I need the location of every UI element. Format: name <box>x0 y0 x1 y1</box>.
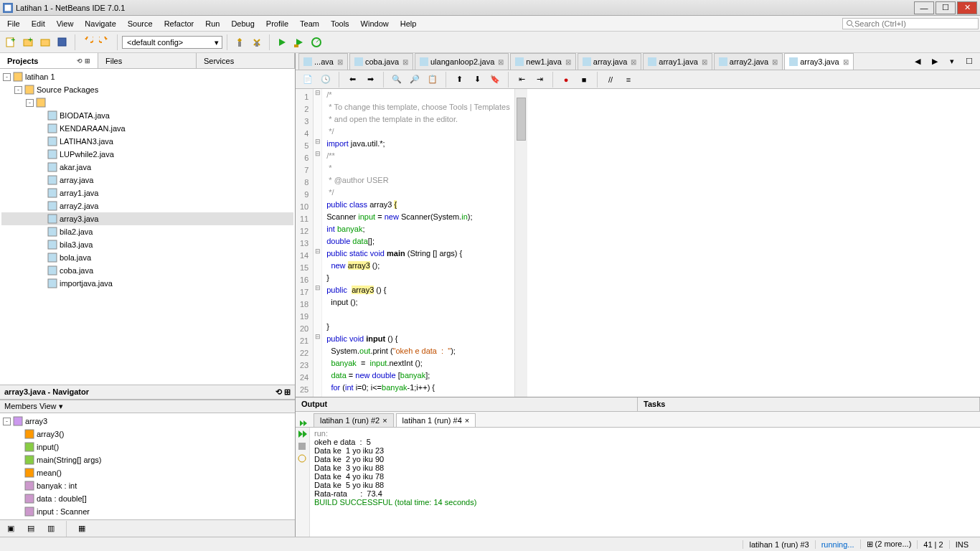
fold-marker[interactable]: ⊟ <box>314 248 321 260</box>
tree-item[interactable]: data : double[] <box>1 492 293 505</box>
members-view-select[interactable]: Members View ▾ <box>0 400 295 413</box>
line-number[interactable]: 14 <box>297 249 311 261</box>
code-line[interactable]: */ <box>326 188 509 200</box>
shift-right-icon[interactable]: ⇥ <box>532 72 547 88</box>
vertical-scrollbar[interactable] <box>514 89 527 397</box>
filter-icon[interactable]: ▣ <box>3 521 19 537</box>
uncomment-icon[interactable]: ≡ <box>621 72 636 88</box>
code-line[interactable]: import java.util.*; <box>326 139 509 151</box>
code-line[interactable]: } <box>326 273 509 286</box>
code-line[interactable]: */ <box>326 127 509 139</box>
line-number[interactable]: 5 <box>297 139 311 151</box>
tree-item[interactable]: array3() <box>1 428 293 441</box>
close-icon[interactable]: × <box>465 416 469 425</box>
tree-item[interactable]: LUPwhile2.java <box>1 148 293 161</box>
file-tab[interactable]: array2.java⊠ <box>714 53 783 70</box>
line-number[interactable]: 24 <box>297 371 311 383</box>
menu-profile[interactable]: Profile <box>260 17 294 30</box>
code-line[interactable]: * @author USER <box>326 176 509 188</box>
menu-navigate[interactable]: Navigate <box>79 17 121 30</box>
next-bm-icon[interactable]: ⬇ <box>469 72 485 88</box>
tree-item[interactable]: -Source Packages <box>1 83 293 96</box>
tab-projects[interactable]: Projects⟲ ⊞ <box>0 53 98 68</box>
tree-item[interactable]: array.java <box>1 174 293 187</box>
fold-marker[interactable] <box>314 369 321 382</box>
fwd-icon[interactable]: ➡ <box>362 72 378 88</box>
code-line[interactable]: double data[]; <box>326 237 509 249</box>
close-icon[interactable]: ⊠ <box>337 58 343 66</box>
line-number[interactable]: 21 <box>297 334 311 347</box>
tree-item[interactable]: banyak : int <box>1 479 293 492</box>
line-number[interactable]: 8 <box>297 176 311 188</box>
debug-button[interactable] <box>291 34 307 50</box>
line-number[interactable]: 3 <box>297 115 311 127</box>
close-icon[interactable]: ⊠ <box>772 58 778 66</box>
tab-max-button[interactable]: ☐ <box>961 54 977 70</box>
tree-item[interactable]: mean() <box>1 466 293 479</box>
fold-marker[interactable]: ⊟ <box>314 150 321 162</box>
tree-item[interactable]: bila3.java <box>1 238 293 251</box>
status-running[interactable]: running... <box>815 540 860 549</box>
tree-item[interactable]: array2.java <box>1 199 293 212</box>
close-icon[interactable]: ⊠ <box>631 58 636 66</box>
fold-marker[interactable]: ⊟ <box>314 284 321 296</box>
projects-tree[interactable]: -latihan 1-Source Packages-BIODATA.javaK… <box>0 69 295 385</box>
search-input[interactable] <box>854 19 969 28</box>
fold-marker[interactable] <box>314 309 321 321</box>
menu-help[interactable]: Help <box>395 17 423 30</box>
shift-left-icon[interactable]: ⇤ <box>514 72 529 88</box>
status-more[interactable]: ⊞ (2 more...) <box>860 540 918 549</box>
output-tab-1[interactable]: latihan 1 (run) #4× <box>396 413 476 427</box>
tree-item[interactable]: LATIHAN3.java <box>1 135 293 148</box>
code-line[interactable]: banyak = input.nextInt (); <box>326 359 509 371</box>
profile-button[interactable] <box>308 34 324 50</box>
new-project-button[interactable]: + <box>20 34 36 50</box>
tree-item[interactable]: -array3 <box>1 415 293 428</box>
file-tab[interactable]: coba.java⊠ <box>349 53 413 70</box>
toggle-hl-icon[interactable]: 📋 <box>425 72 440 88</box>
code-line[interactable]: data = new double [banyak]; <box>326 371 509 383</box>
tree-item[interactable]: input : Scanner <box>1 505 293 518</box>
fold-marker[interactable] <box>314 296 321 309</box>
tab-right-button[interactable]: ▶ <box>927 54 943 70</box>
close-icon[interactable]: ⊠ <box>702 58 707 66</box>
tree-item[interactable]: main(String[] args) <box>1 453 293 466</box>
file-tab[interactable]: ulanganloop2.java⊠ <box>415 53 509 70</box>
filter4-icon[interactable]: ▦ <box>74 521 90 537</box>
code-line[interactable]: input (); <box>326 298 509 310</box>
save-all-button[interactable] <box>55 34 70 50</box>
code-editor[interactable]: 1234567891011121314151617181920212223242… <box>296 89 980 397</box>
close-icon[interactable]: ⊠ <box>843 58 849 66</box>
open-button[interactable] <box>37 34 53 50</box>
tree-item[interactable]: bola.java <box>1 251 293 264</box>
line-number[interactable]: 16 <box>297 273 311 286</box>
file-tab[interactable]: new1.java⊠ <box>510 53 576 70</box>
file-tab[interactable]: array3.java⊠ <box>784 53 853 70</box>
code-line[interactable]: Scanner input = new Scanner(System.in); <box>326 212 509 225</box>
fold-marker[interactable] <box>314 345 321 357</box>
line-number[interactable]: 10 <box>297 200 311 212</box>
menu-debug[interactable]: Debug <box>225 17 260 30</box>
maximize-button[interactable]: ☐ <box>936 1 956 14</box>
new-file-button[interactable]: + <box>3 34 19 50</box>
output-label[interactable]: Output <box>296 397 638 411</box>
menu-edit[interactable]: Edit <box>26 17 51 30</box>
fold-marker[interactable] <box>314 174 321 187</box>
fold-marker[interactable] <box>314 223 321 235</box>
tree-item[interactable]: coba.java <box>1 264 293 277</box>
tab-left-button[interactable]: ◀ <box>910 54 925 70</box>
code-area[interactable]: /* * To change this template, choose Too… <box>322 89 514 397</box>
code-line[interactable]: public void input () { <box>326 334 509 347</box>
fold-marker[interactable] <box>314 187 321 199</box>
code-line[interactable]: new array3 (); <box>326 261 509 273</box>
undo-button[interactable] <box>80 34 95 50</box>
code-line[interactable]: public class array3 { <box>326 200 509 212</box>
line-number[interactable]: 20 <box>297 322 311 334</box>
fold-marker[interactable] <box>314 272 321 284</box>
toggle-icon[interactable]: - <box>3 418 11 425</box>
line-number[interactable]: 1 <box>297 90 311 103</box>
toggle-icon[interactable]: - <box>26 99 34 107</box>
comment-icon[interactable]: // <box>603 72 618 88</box>
menu-tools[interactable]: Tools <box>325 17 355 30</box>
line-number[interactable]: 23 <box>297 359 311 371</box>
